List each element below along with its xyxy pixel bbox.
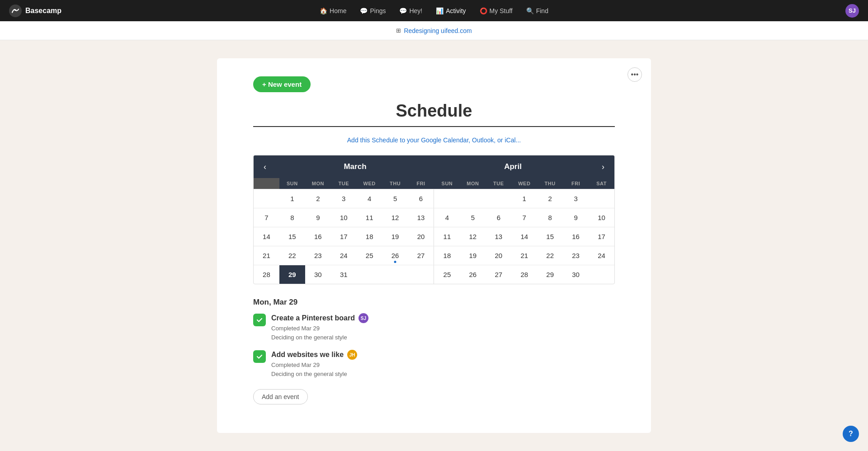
event-avatar-1: SJ [359, 313, 368, 323]
calendar-day[interactable]: 8 [537, 208, 563, 227]
project-link[interactable]: ⊞ Redesigning uifeed.com [396, 27, 472, 34]
nav-find[interactable]: 🔍 Find [521, 5, 554, 16]
basecamp-logo[interactable]: Basecamp [9, 5, 61, 17]
mystuff-icon: ⭕ [480, 7, 487, 14]
calendar-day[interactable]: 22 [279, 246, 305, 265]
calendar-day[interactable]: 25 [357, 246, 382, 265]
calendar-day[interactable]: 13 [486, 227, 511, 246]
calendar-day[interactable]: 23 [305, 246, 331, 265]
calendar-day[interactable]: 15 [279, 227, 305, 246]
user-avatar[interactable]: SJ [845, 4, 859, 18]
event-item: Create a Pinterest board SJ Completed Ma… [253, 313, 615, 342]
calendar-day[interactable]: 12 [460, 227, 486, 246]
hey-icon: 💬 [399, 7, 407, 14]
calendar-day[interactable]: 1 [279, 189, 305, 208]
calendar-day[interactable]: 3 [563, 189, 589, 208]
calendar-day[interactable]: 6 [408, 189, 434, 208]
calendar-day[interactable]: 31 [331, 265, 357, 284]
day-header: SUN [279, 178, 305, 189]
calendar-day[interactable]: 21 [254, 246, 279, 265]
calendar-day [382, 265, 408, 284]
next-month-button[interactable]: › [592, 155, 614, 178]
content-card: ••• + New event Schedule Add this Schedu… [217, 58, 651, 433]
calendar-day[interactable]: 24 [331, 246, 357, 265]
calendar-day[interactable]: 14 [511, 227, 537, 246]
top-navigation: Basecamp 🏠 Home 💬 Pings 💬 Hey! 📊 Activit… [0, 0, 868, 21]
calendar-day[interactable]: 1 [511, 189, 537, 208]
help-button[interactable]: ? [843, 426, 859, 442]
calendar-day[interactable]: 24 [589, 246, 614, 265]
calendar-day[interactable]: 16 [563, 227, 589, 246]
google-calendar-link[interactable]: Add this Schedule to your Google Calenda… [347, 136, 521, 144]
nav-pings[interactable]: 💬 Pings [354, 5, 391, 16]
event-title-row-2: Add websites we like JH [271, 350, 615, 360]
calendar-day[interactable]: 6 [486, 208, 511, 227]
calendar-link-container: Add this Schedule to your Google Calenda… [253, 136, 615, 144]
project-name: Redesigning uifeed.com [404, 27, 472, 34]
calendar-day[interactable]: 15 [537, 227, 563, 246]
prev-month-button[interactable]: ‹ [254, 155, 276, 178]
calendar-day[interactable]: 26 [382, 246, 408, 265]
event-checkbox-1[interactable] [253, 314, 266, 326]
nav-hey[interactable]: 💬 Hey! [394, 5, 428, 16]
new-event-button[interactable]: + New event [253, 76, 311, 92]
calendar-day[interactable]: 17 [331, 227, 357, 246]
calendar-day[interactable]: 20 [408, 227, 434, 246]
event-title-2[interactable]: Add websites we like [271, 351, 344, 359]
calendar-day[interactable]: 13 [408, 208, 434, 227]
calendar-day[interactable]: 28 [511, 265, 537, 284]
more-options-button[interactable]: ••• [627, 67, 642, 82]
calendar-day[interactable]: 14 [254, 227, 279, 246]
nav-mystuff[interactable]: ⭕ My Stuff [474, 5, 518, 16]
calendar-day[interactable]: 16 [305, 227, 331, 246]
calendar-day[interactable]: 11 [357, 208, 382, 227]
event-checkbox-2[interactable] [253, 350, 266, 363]
calendar-day[interactable]: 10 [589, 208, 614, 227]
calendar-day[interactable]: 10 [331, 208, 357, 227]
event-title-1[interactable]: Create a Pinterest board [271, 314, 355, 322]
day-header: SAT [589, 178, 614, 189]
calendar-day[interactable]: 19 [460, 246, 486, 265]
calendar-day[interactable]: 27 [486, 265, 511, 284]
calendar-day[interactable]: 29 [279, 265, 305, 284]
calendar-day[interactable]: 5 [460, 208, 486, 227]
calendar-day[interactable]: 5 [382, 189, 408, 208]
calendar-day[interactable]: 18 [357, 227, 382, 246]
calendar-day[interactable]: 4 [434, 208, 460, 227]
calendar-day[interactable]: 29 [537, 265, 563, 284]
calendar-day[interactable]: 4 [357, 189, 382, 208]
calendar-day[interactable]: 19 [382, 227, 408, 246]
calendar-day[interactable]: 8 [279, 208, 305, 227]
calendar-day [589, 189, 614, 208]
calendar-day[interactable]: 25 [434, 265, 460, 284]
calendar-day[interactable]: 9 [563, 208, 589, 227]
calendar-day[interactable]: 22 [537, 246, 563, 265]
day-header: MON [460, 178, 486, 189]
calendar-day[interactable]: 23 [563, 246, 589, 265]
calendar-day[interactable]: 21 [511, 246, 537, 265]
day-header: TUE [486, 178, 511, 189]
calendar-day[interactable]: 2 [537, 189, 563, 208]
calendar-day[interactable]: 28 [254, 265, 279, 284]
add-event-button[interactable]: Add an event [253, 389, 308, 404]
calendar-day[interactable]: 30 [563, 265, 589, 284]
day-header: FRI [563, 178, 589, 189]
calendar-day [254, 189, 279, 208]
calendar-day[interactable]: 27 [408, 246, 434, 265]
calendar-day[interactable]: 2 [305, 189, 331, 208]
calendar-day[interactable]: 11 [434, 227, 460, 246]
calendar-day[interactable]: 17 [589, 227, 614, 246]
calendar-day[interactable]: 20 [486, 246, 511, 265]
calendar-day[interactable]: 18 [434, 246, 460, 265]
calendar-day[interactable]: 12 [382, 208, 408, 227]
calendar-day [589, 265, 614, 284]
nav-home[interactable]: 🏠 Home [314, 5, 352, 16]
calendar-day[interactable]: 3 [331, 189, 357, 208]
calendar-day[interactable]: 7 [254, 208, 279, 227]
nav-activity[interactable]: 📊 Activity [430, 5, 471, 16]
calendar-day[interactable]: 26 [460, 265, 486, 284]
calendar-day[interactable]: 30 [305, 265, 331, 284]
calendar-day[interactable]: 7 [511, 208, 537, 227]
calendar-day[interactable]: 9 [305, 208, 331, 227]
day-header: THU [537, 178, 563, 189]
